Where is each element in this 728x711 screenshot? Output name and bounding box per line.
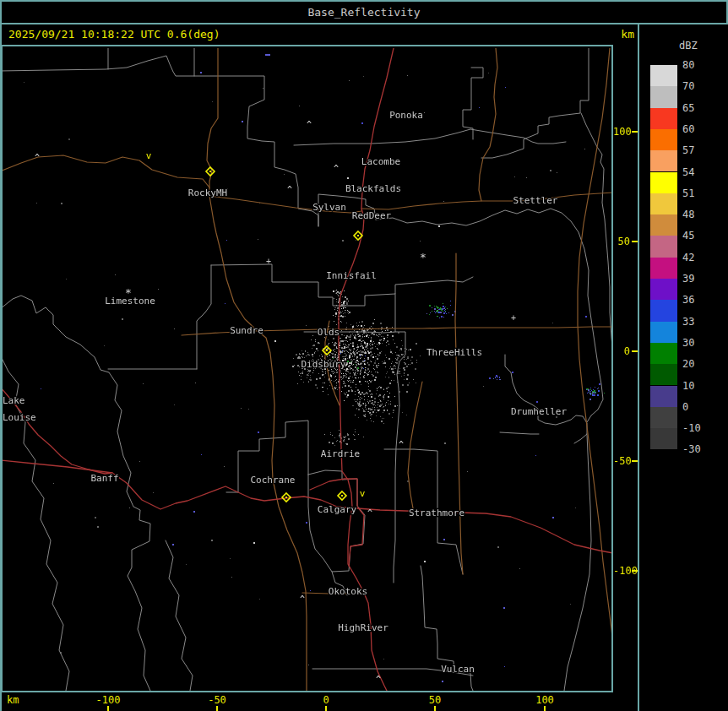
county-boundary-line <box>308 470 365 572</box>
map-place-label: Louise <box>3 412 36 423</box>
colorbar-value-label: 54 <box>682 166 694 178</box>
colorbar-swatch <box>650 108 677 129</box>
secondary-highway-line <box>479 48 497 201</box>
town-dot-marker <box>438 225 440 227</box>
map-place-label: Lacombe <box>361 156 400 167</box>
y-axis-tick-mark <box>632 241 638 242</box>
x-axis-tick-mark <box>434 706 436 711</box>
colorbar-swatch <box>650 214 677 236</box>
plus-marker-icon: + <box>511 313 516 323</box>
map-place-label: RockyMH <box>188 187 227 198</box>
town-caret-marker-icon: ^ <box>399 440 404 449</box>
map-place-label: Okotoks <box>329 586 367 597</box>
asterisk-marker-icon: * <box>420 251 426 263</box>
colorbar-value-label: 42 <box>682 252 694 263</box>
colorbar-swatch <box>650 150 677 171</box>
colorbar-value-label: 70 <box>682 80 694 92</box>
county-boundary-line <box>394 294 405 583</box>
timestamp-elevation-readout: 2025/09/21 10:18:22 UTC 0.6(deg) <box>8 28 220 41</box>
y-axis-tick-label: 50 <box>613 236 630 247</box>
map-place-label: Olds <box>318 327 340 338</box>
colorbar-value-label: 51 <box>682 187 694 199</box>
colorbar-value-label: 33 <box>682 316 694 328</box>
colorbar-value-label: 60 <box>682 123 694 135</box>
colorbar-value-label: 0 <box>682 401 688 413</box>
y-axis-tick-label: -100 <box>613 565 630 577</box>
right-axis-unit-label: km <box>621 24 634 45</box>
colorbar-swatch <box>650 300 677 321</box>
secondary-highway-line <box>0 155 209 187</box>
weak-echo-pixel <box>242 121 243 122</box>
colorbar-value-label: 30 <box>682 337 694 349</box>
map-place-label: Blackfalds <box>345 183 401 194</box>
colorbar-value-label: 39 <box>682 273 694 285</box>
bottom-distance-axis: km -100-50050100 <box>0 692 638 711</box>
colorbar-swatch <box>650 65 677 86</box>
radar-site-center-dot <box>285 497 287 498</box>
right-distance-axis: 100500-50-100 <box>613 47 638 692</box>
colorbar-swatch <box>650 172 677 193</box>
town-caret-marker-icon: ^ <box>300 594 305 604</box>
weak-echo-pixel <box>200 72 202 73</box>
y-axis-tick-label: 100 <box>613 126 630 138</box>
radar-site-center-dot <box>341 495 343 497</box>
county-boundary-line <box>294 129 566 145</box>
colorbar-value-label: 57 <box>682 144 694 156</box>
colorbar-swatch <box>650 193 677 214</box>
colorbar-value-label: -10 <box>682 422 701 434</box>
weak-echo-pixel <box>172 544 174 545</box>
weak-echo-pixel <box>442 681 443 682</box>
map-place-label: ThreeHills <box>426 347 482 358</box>
reflectivity-colorbar: dBZ 807065605754514845423936333020100-10… <box>639 24 728 711</box>
colorbar-swatch <box>650 129 677 150</box>
x-axis-tick-mark <box>325 706 327 711</box>
weak-echo-pixel <box>193 511 195 513</box>
map-place-label: Strathmore <box>409 507 465 518</box>
county-boundary-line <box>0 56 318 226</box>
radar-site-center-dot <box>209 171 211 172</box>
town-dot-marker <box>253 542 255 544</box>
colorbar-value-label: -30 <box>682 443 701 455</box>
county-boundary-line <box>463 68 483 139</box>
map-place-label: Airdrie <box>321 448 360 459</box>
radar-site-center-dot <box>357 235 359 236</box>
y-axis-tick-label: -50 <box>613 455 630 467</box>
colorbar-swatch <box>650 386 677 407</box>
town-caret-marker-icon: ^ <box>307 120 312 129</box>
radar-site-center-dot <box>326 350 328 351</box>
colorbar-swatch <box>650 279 677 300</box>
page-title: Base_Reflectivity <box>307 6 420 19</box>
map-place-label: Limestone <box>105 296 155 307</box>
colorbar-value-label: 48 <box>682 209 694 220</box>
colorbar-swatch <box>650 258 677 279</box>
status-bar: 2025/09/21 10:18:22 UTC 0.6(deg) km <box>0 24 639 46</box>
map-place-label: HighRiver <box>338 622 388 633</box>
y-axis-tick-mark <box>632 350 638 352</box>
colorbar-value-label: 80 <box>682 59 694 71</box>
map-place-label: Ponoka <box>389 110 423 121</box>
colorbar-swatch <box>650 236 677 257</box>
map-place-label: Stettler <box>513 195 558 206</box>
x-axis-tick-label: -100 <box>88 694 128 706</box>
panel-divider <box>638 24 639 711</box>
colorbar-swatch <box>650 428 677 449</box>
town-dot-marker <box>347 177 349 179</box>
town-caret-marker-icon: ^ <box>287 185 292 194</box>
county-boundary-line <box>500 432 539 434</box>
map-place-label: Vulcan <box>441 664 475 675</box>
county-boundary-line <box>564 434 591 691</box>
x-axis-tick-label: 50 <box>415 694 455 706</box>
map-place-label: RedDeer <box>352 210 392 221</box>
colorbar-value-label: 45 <box>682 230 694 242</box>
map-place-label: Innisfail <box>326 270 377 281</box>
county-boundary-line <box>166 540 193 691</box>
secondary-highway-line <box>455 253 463 574</box>
map-place-label: Sylvan <box>312 202 346 213</box>
colorbar-swatch <box>650 322 677 343</box>
colorbar-swatch <box>650 86 677 107</box>
colorbar-value-label: 65 <box>682 102 694 114</box>
map-place-label: Drumheller <box>511 406 568 417</box>
window-left-border <box>0 0 2 711</box>
x-axis-tick-mark <box>107 706 109 711</box>
town-caret-marker-icon: ^ <box>376 675 381 684</box>
